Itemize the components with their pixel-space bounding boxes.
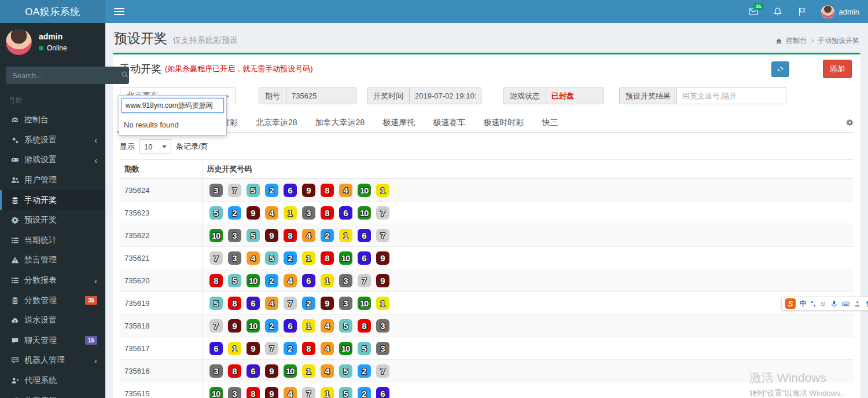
main-content: 预设开奖 仅支持系统彩预设 控制台 > 手动预设开奖 手动开奖 (如果杀赢程序已…	[105, 23, 868, 398]
messages-badge: 35	[753, 3, 764, 10]
ime-skin-icon[interactable]	[854, 300, 861, 308]
breadcrumb-home[interactable]: 控制台	[786, 36, 807, 46]
sidebar-item-label: 分享房间	[24, 396, 57, 398]
sidebar-search	[6, 67, 100, 84]
lottery-ball-3: 3	[228, 387, 241, 398]
game-tab-3[interactable]: 极速摩托	[381, 114, 416, 132]
ime-keyboard-icon[interactable]	[842, 300, 849, 308]
sidebar-item-label: 聊天管理	[24, 335, 57, 346]
sidebar-badge: 35	[85, 296, 97, 305]
column-header-period[interactable]: 期数	[120, 160, 202, 179]
game-tab-5[interactable]: 极速时时彩	[482, 114, 525, 132]
ime-shirt-icon[interactable]	[865, 300, 868, 308]
sidebar-item-label: 控制台	[24, 115, 49, 125]
lottery-ball-4: 4	[284, 274, 297, 287]
sidebar-search-button[interactable]	[120, 67, 129, 84]
lottery-ball-1: 1	[302, 364, 315, 378]
ime-mode-toggle[interactable]: 中	[800, 299, 807, 309]
history-row-735619: 73561958647293101	[120, 292, 854, 315]
add-button[interactable]: 添加	[823, 60, 852, 78]
period-cell: 735622	[120, 224, 202, 247]
lottery-ball-7: 7	[376, 364, 389, 378]
notifications-bell-icon[interactable]	[773, 6, 783, 17]
lottery-ball-1: 1	[302, 319, 315, 333]
lottery-ball-10: 10	[284, 364, 297, 378]
flag-icon[interactable]	[797, 6, 807, 17]
messages-icon[interactable]: 35	[748, 6, 759, 17]
lottery-ball-8: 8	[358, 319, 371, 333]
lottery-ball-6: 6	[358, 251, 371, 265]
lottery-ball-1: 1	[376, 297, 389, 310]
lottery-ball-7: 7	[376, 229, 389, 242]
game-tab-6[interactable]: 快三	[540, 114, 559, 132]
sidebar-user-panel: admin Online	[0, 23, 105, 61]
issue-input[interactable]	[286, 87, 356, 104]
lottery-ball-9: 9	[376, 274, 389, 287]
refresh-button[interactable]	[771, 61, 789, 77]
ime-logo-icon[interactable]: S	[785, 298, 796, 309]
gear-icon	[10, 216, 19, 225]
game-select-dropdown: No results found	[119, 95, 227, 136]
sidebar-item-rebate-settings[interactable]: 退水设置	[0, 311, 105, 331]
lottery-ball-8: 8	[228, 297, 241, 310]
dashboard-icon	[10, 116, 19, 125]
ime-punctuation-toggle[interactable]: °,	[811, 300, 815, 308]
ime-emoji-icon[interactable]: ☺	[819, 300, 826, 308]
lottery-ball-2: 2	[358, 387, 371, 398]
sidebar-item-label: 代理系统	[24, 375, 57, 386]
draw-time-label: 开奖时间	[367, 87, 409, 104]
sidebar-item-score-management[interactable]: 分数管理35	[0, 290, 105, 311]
sidebar-item-current-stats[interactable]: 当期统计	[0, 231, 105, 251]
coins-icon	[10, 196, 19, 205]
sidebar-item-score-report[interactable]: 分数报表‹	[0, 271, 105, 291]
game-status-input[interactable]	[546, 87, 604, 104]
lottery-ball-9: 9	[265, 229, 278, 242]
lottery-ball-8: 8	[321, 251, 334, 265]
cloud-icon	[10, 316, 19, 325]
game-tabs-row: 时时彩北京幸运28加拿大幸运28极速摩托极速赛车极速时时彩快三	[120, 114, 854, 133]
navbar-user-menu[interactable]: admin	[821, 5, 859, 19]
sidebar-item-system-settings[interactable]: 系统设置‹	[0, 130, 105, 151]
page-title: 预设开奖	[114, 31, 167, 46]
dropdown-search-input[interactable]	[122, 98, 224, 113]
period-cell: 735616	[120, 360, 202, 382]
lottery-ball-9: 9	[265, 387, 278, 398]
preset-result-input[interactable]	[676, 87, 786, 104]
lottery-ball-10: 10	[358, 297, 371, 310]
lottery-ball-5: 5	[209, 297, 223, 310]
sidebar-item-game-settings[interactable]: 游戏设置‹	[0, 150, 105, 170]
gears-icon	[10, 136, 19, 144]
history-row-735618: 73561879102614583	[120, 315, 854, 337]
lottery-ball-5: 5	[339, 364, 352, 378]
draw-time-input[interactable]	[409, 87, 481, 104]
lottery-ball-4: 4	[321, 364, 334, 378]
chat-icon	[10, 336, 19, 345]
sidebar-item-share-room[interactable]: 分享房间	[0, 390, 105, 398]
sidebar-item-dashboard[interactable]: 控制台	[0, 110, 105, 130]
period-cell: 735621	[120, 247, 202, 269]
lottery-ball-8: 8	[284, 229, 297, 242]
game-tab-1[interactable]: 北京幸运28	[255, 114, 299, 132]
game-tab-2[interactable]: 加拿大幸运28	[314, 114, 366, 132]
history-row-735620: 73562085102461379	[120, 269, 854, 292]
lottery-ball-5: 5	[247, 184, 260, 197]
page-size-prefix: 显示	[120, 141, 135, 152]
ime-microphone-icon[interactable]	[830, 300, 838, 308]
sidebar-item-agent-system[interactable]: 代理系统	[0, 371, 105, 391]
sidebar-item-mute-management[interactable]: 禁言管理	[0, 250, 105, 271]
sidebar-item-chat-management[interactable]: 聊天管理15	[0, 331, 105, 351]
sidebar-item-robot-management[interactable]: 机器人管理‹	[0, 350, 105, 371]
sidebar-search-input[interactable]	[6, 67, 120, 84]
game-tab-4[interactable]: 极速赛车	[432, 114, 466, 132]
sidebar-item-manual-draw[interactable]: 手动开奖	[0, 190, 105, 210]
period-cell: 735619	[120, 292, 202, 315]
lottery-ball-9: 9	[265, 364, 278, 378]
lottery-ball-3: 3	[228, 251, 241, 265]
sidebar-item-user-management[interactable]: 用户管理	[0, 170, 105, 191]
page-size-select[interactable]: 10	[139, 139, 171, 154]
sidebar-item-preset-draw[interactable]: 预设开奖	[0, 210, 105, 231]
breadcrumb-current: 手动预设开奖	[818, 36, 859, 46]
app-logo[interactable]: OA娱乐系统	[0, 0, 105, 23]
sidebar-toggle-icon[interactable]	[114, 6, 124, 17]
table-settings-gear-icon[interactable]	[846, 119, 854, 132]
